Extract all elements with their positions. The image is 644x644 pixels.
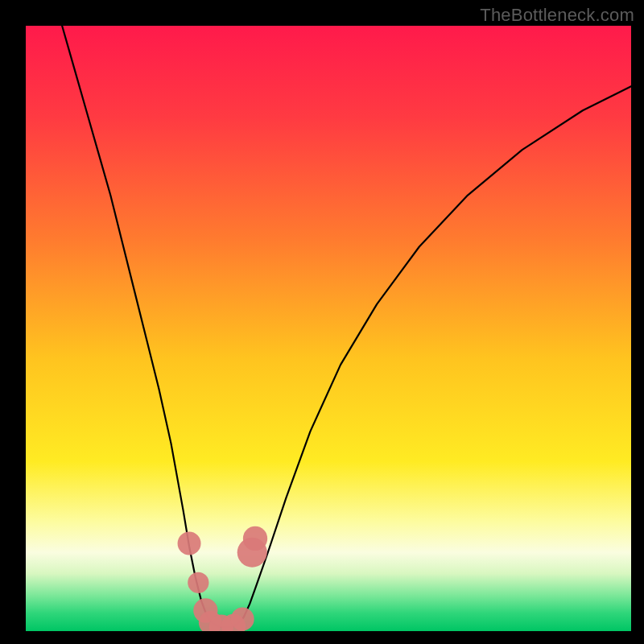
gradient-background xyxy=(26,26,631,631)
valley-marker-1 xyxy=(188,572,208,593)
plot-svg xyxy=(26,26,631,631)
watermark-text: TheBottleneck.com xyxy=(480,5,634,26)
valley-marker-8 xyxy=(243,526,267,551)
chart-frame: TheBottleneck.com xyxy=(0,0,644,644)
valley-marker-6 xyxy=(231,607,254,630)
plot-area xyxy=(26,26,631,631)
valley-marker-0 xyxy=(178,531,201,555)
